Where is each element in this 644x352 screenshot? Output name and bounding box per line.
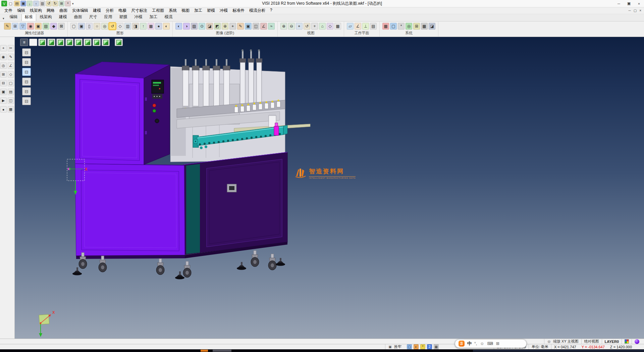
select-all-icon[interactable]: ⊠	[58, 23, 65, 30]
view-toggle-segment[interactable]: ◎ 缩放 XY 主视图	[544, 339, 581, 344]
menu-item-11[interactable]: 系统	[166, 8, 179, 13]
menu-item-8[interactable]: 电极	[116, 8, 129, 13]
measure-icon[interactable]: ⌖	[229, 23, 236, 30]
ime-toolbar[interactable]: S 中 °,☺⌨⊞	[455, 339, 527, 348]
menu-item-17[interactable]: 模流分析	[247, 8, 268, 13]
tab-9[interactable]: 加工	[146, 13, 161, 21]
zoom-in-icon[interactable]: ⊕	[280, 23, 287, 30]
punctuation-icon[interactable]: °,	[474, 341, 477, 346]
menu-item-18[interactable]: ?	[268, 8, 275, 13]
iso-view-icon[interactable]: ◇	[327, 23, 333, 30]
machine-model-canvas[interactable]: X X	[15, 37, 644, 339]
mdi-minimize-button[interactable]: ─	[629, 9, 631, 12]
shaded-icon[interactable]: ▣	[78, 23, 85, 30]
window-close-button[interactable]: ×	[634, 0, 644, 7]
dynamic-rotate-icon[interactable]: ↺	[109, 23, 116, 30]
wireframe-icon[interactable]: ▢	[70, 23, 77, 30]
snap-point-icon[interactable]: ◉	[0, 54, 7, 60]
workplane-normal-icon[interactable]: ⊥	[362, 23, 369, 30]
database-icon[interactable]: ⊟	[0, 80, 7, 86]
emoji-icon[interactable]: ☺	[480, 341, 484, 346]
snap-grid-icon[interactable]: ⊞	[0, 71, 7, 78]
render-mode-icon[interactable]: ◪	[429, 23, 435, 30]
export-icon[interactable]: ↑	[33, 1, 39, 6]
snap-mid-icon[interactable]: ◎	[0, 62, 7, 69]
section-icon[interactable]: ◪	[206, 23, 213, 30]
menu-item-14[interactable]: 塑模	[205, 8, 217, 13]
menu-item-7[interactable]: 分析	[103, 8, 116, 13]
analyze-angle-icon[interactable]: ∠	[260, 23, 267, 30]
workplane-xy-icon[interactable]: ▱	[347, 23, 354, 30]
view-left-icon[interactable]	[74, 39, 83, 46]
window-maximize-button[interactable]: ▣	[624, 0, 634, 7]
show-edges-icon[interactable]: ◨	[132, 23, 139, 30]
paint-properties-icon[interactable]: ✎	[4, 23, 11, 30]
shadow-icon[interactable]: ▨	[191, 23, 198, 30]
clip-plane-icon[interactable]: ◩	[214, 23, 221, 30]
hide-entity-icon[interactable]: ◇	[117, 23, 123, 30]
new-file-icon[interactable]: ▢	[8, 1, 13, 6]
type-filter-icon[interactable]: ◆	[50, 23, 57, 30]
menu-item-12[interactable]: 视图	[179, 8, 192, 13]
pan-view-icon[interactable]: +	[311, 23, 318, 30]
tab-6[interactable]: 应用	[101, 13, 116, 21]
workplane-3pt-icon[interactable]: ∠	[355, 23, 361, 30]
tab-8[interactable]: 冲模	[131, 13, 146, 21]
machine-upper-cabinet[interactable]	[75, 62, 170, 165]
undo-icon[interactable]: ↺	[46, 1, 52, 6]
gear-status-icon[interactable]: *	[420, 344, 425, 349]
layer-colors-icon[interactable]	[625, 339, 629, 344]
save-icon[interactable]: ▣	[20, 1, 26, 6]
flag-icon[interactable]: ▶	[0, 97, 7, 104]
view-iso-icon[interactable]	[38, 39, 46, 46]
view-axon-icon[interactable]	[102, 39, 110, 46]
menu-item-9[interactable]: 尺寸标注	[129, 8, 150, 13]
tab-4[interactable]: 曲面	[71, 13, 86, 21]
machine-lower-cabinet[interactable]	[75, 152, 287, 259]
mdi-close-button[interactable]: ×	[639, 9, 641, 12]
guide-tool-icon[interactable]: ⊟	[22, 87, 31, 95]
palette-status-icon[interactable]: ▦	[434, 344, 439, 349]
copy-attributes-icon[interactable]: ⊞	[12, 23, 18, 30]
layers-icon[interactable]: ▦	[8, 106, 14, 113]
view-dynamic-icon[interactable]	[115, 39, 123, 46]
clipboard-icon[interactable]: ▤	[8, 89, 14, 95]
previous-view-icon[interactable]: ↺	[304, 23, 310, 30]
cylinder-icon[interactable]: ▯	[86, 23, 93, 30]
texture-icon[interactable]: ▦	[148, 23, 154, 30]
tab-5[interactable]: 尺寸	[86, 13, 101, 21]
screen-capture-icon[interactable]: ▢	[407, 344, 412, 349]
ambient-icon[interactable]: ◑	[183, 23, 190, 30]
select-icon[interactable]: ⌖	[0, 45, 7, 51]
front-view-icon[interactable]: ⌂	[319, 23, 326, 30]
edit-geometry-icon[interactable]: ✎	[8, 54, 14, 60]
tab-0[interactable]: 编辑	[6, 13, 21, 21]
angle-measure-icon[interactable]: ∠	[8, 62, 14, 69]
wire-tool-icon[interactable]: ⊟	[22, 48, 31, 56]
copy-icon[interactable]: ◫	[8, 97, 14, 104]
menu-item-5[interactable]: 实体编辑	[70, 8, 91, 13]
tab-1[interactable]: 标准	[21, 13, 36, 21]
paint-icon[interactable]: ▣	[0, 89, 7, 95]
menu-item-4[interactable]: 曲面	[57, 8, 70, 13]
blank-view-icon[interactable]	[29, 39, 37, 46]
toolbox-icon[interactable]: ⊞	[496, 341, 499, 346]
clamp-tool-icon[interactable]: ⊟	[22, 97, 31, 105]
material-icon[interactable]: ●	[155, 23, 162, 30]
color-table-icon[interactable]: ▦	[382, 23, 389, 30]
mdi-restore-button[interactable]: ▢	[634, 9, 637, 12]
import-icon[interactable]: ↓	[27, 1, 33, 6]
taskbar-item-gray[interactable]	[213, 350, 231, 352]
globe-icon[interactable]: ◎	[406, 23, 412, 30]
roller-tool-icon[interactable]: ⊟	[22, 58, 31, 66]
window-minimize-button[interactable]: ─	[614, 0, 624, 7]
torus-icon[interactable]: ◎	[101, 23, 108, 30]
menu-item-1[interactable]: 编辑	[15, 8, 28, 13]
view-right-icon[interactable]	[65, 39, 73, 46]
stamp-icon[interactable]: ●	[0, 106, 7, 113]
sphere-entity-icon[interactable]: ○	[94, 23, 100, 30]
view-back-icon[interactable]	[84, 39, 92, 46]
menu-item-3[interactable]: 网格	[44, 8, 57, 13]
punch-tool-icon[interactable]: ⊟	[22, 78, 31, 86]
sheet-icon[interactable]: ▢	[8, 80, 14, 86]
